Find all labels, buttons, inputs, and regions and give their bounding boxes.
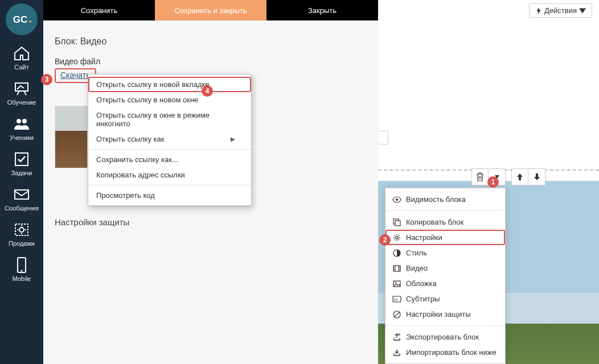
svg-point-13: [396, 198, 398, 201]
import-icon: [392, 349, 401, 357]
sidebar-item-messages[interactable]: Сообщения: [0, 181, 43, 216]
svg-point-6: [22, 119, 27, 123]
dd-subtitles[interactable]: cc Субтитры: [385, 291, 505, 307]
export-icon: [392, 333, 401, 341]
svg-point-12: [21, 270, 23, 272]
sidebar-item-label: Обучение: [7, 99, 36, 106]
chevron-right-icon: ▶: [231, 136, 235, 142]
sidebar-item-students[interactable]: Ученики: [0, 110, 43, 146]
svg-rect-8: [15, 190, 28, 199]
delete-block-button[interactable]: [471, 168, 489, 185]
svg-line-3: [17, 91, 19, 95]
move-down-button[interactable]: [528, 168, 545, 185]
empty-input-fragment[interactable]: [378, 131, 388, 144]
protection-settings-heading: Настройки защиты: [55, 217, 367, 227]
sidebar-item-site[interactable]: Сайт: [0, 40, 43, 75]
sidebar-item-label: Продажи: [9, 240, 35, 247]
dd-cover[interactable]: Обложка: [385, 276, 505, 291]
cm-inspect[interactable]: Просмотреть код: [88, 188, 251, 203]
gear-icon: [392, 234, 401, 242]
download-link[interactable]: Скачать: [60, 71, 91, 80]
mail-icon: [14, 187, 30, 202]
video-thumbnail[interactable]: [55, 106, 88, 168]
dd-import-below[interactable]: Импортировать блок ниже: [385, 345, 505, 360]
sidebar-item-learning[interactable]: Обучение: [0, 75, 43, 110]
dd-style[interactable]: Стиль: [385, 245, 505, 260]
eye-icon: [392, 196, 401, 203]
sidebar-item-label: Задачи: [11, 169, 32, 176]
dd-export[interactable]: Экспортировать блок: [385, 329, 505, 345]
film-icon: [392, 265, 401, 272]
sidebar-item-label: Сайт: [14, 64, 28, 71]
sidebar-item-tasks[interactable]: Задачи: [0, 146, 43, 181]
sidebar-item-mobile[interactable]: Mobile: [0, 251, 43, 287]
actions-label: Действия: [544, 6, 577, 15]
dd-settings[interactable]: Настройки: [385, 230, 505, 245]
dd-copy-block[interactable]: Копировать блок: [385, 214, 505, 230]
cm-open-new-tab[interactable]: Открыть ссылку в новой вкладке: [88, 77, 251, 92]
cc-icon: cc: [392, 296, 401, 303]
save-and-close-button[interactable]: Сохранить и закрыть: [155, 0, 266, 20]
move-up-button[interactable]: [511, 168, 528, 185]
arrow-down-icon: [534, 173, 540, 181]
sidebar-item-label: Mobile: [13, 275, 31, 282]
trash-icon: [476, 172, 484, 181]
svg-point-5: [17, 119, 21, 123]
actions-button[interactable]: Действия: [529, 3, 592, 18]
caret-down-icon: [579, 7, 586, 14]
logo[interactable]: GC: [6, 3, 38, 35]
svg-point-16: [396, 236, 398, 238]
svg-rect-15: [395, 221, 400, 226]
dd-protection[interactable]: Настройки защиты: [385, 307, 505, 322]
block-title: Блок: Видео: [55, 36, 367, 47]
cm-open-new-window[interactable]: Открыть ссылку в новом окне: [88, 92, 251, 107]
svg-line-30: [395, 312, 399, 316]
logo-text-icon: GC: [11, 9, 32, 30]
shield-icon: [392, 311, 401, 318]
svg-point-26: [395, 282, 396, 283]
svg-rect-18: [393, 266, 400, 271]
board-icon: [14, 81, 30, 97]
sidebar-item-sales[interactable]: Продажи: [0, 216, 43, 251]
contrast-icon: [392, 249, 401, 257]
sidebar-item-label: Ученики: [10, 134, 34, 141]
svg-point-1: [29, 20, 31, 23]
users-icon: [13, 116, 30, 132]
cm-open-incognito[interactable]: Открыть ссылку в окне в режиме инкогнито: [88, 107, 251, 131]
dd-visibility[interactable]: Видимость блока: [385, 192, 505, 207]
arrow-up-icon: [516, 173, 523, 181]
cm-open-as[interactable]: Открыть ссылку как▶: [88, 131, 251, 147]
check-icon: [14, 151, 29, 167]
copy-icon: [392, 218, 401, 226]
annotation-badge-2: 2: [379, 234, 391, 246]
lightning-icon: [535, 7, 542, 14]
cm-copy-link[interactable]: Копировать адрес ссылки: [88, 167, 251, 183]
svg-text:GC: GC: [13, 14, 28, 25]
svg-line-4: [24, 91, 26, 95]
house-icon: [13, 46, 30, 61]
svg-point-10: [19, 228, 24, 232]
image-icon: [392, 280, 401, 287]
block-move-controls: [511, 168, 545, 185]
block-settings-dropdown: Видимость блока Копировать блок Настройк…: [385, 188, 506, 364]
dd-video[interactable]: Видео: [385, 260, 505, 276]
sidebar: GC Сайт Обучение Ученики Задачи Сообщени…: [0, 0, 43, 364]
video-file-label: Видео файл: [55, 57, 367, 66]
gear-box-icon: [14, 222, 30, 238]
cm-save-link-as[interactable]: Сохранить ссылку как...: [88, 152, 251, 167]
annotation-badge-4: 4: [202, 85, 213, 97]
cm-separator: [88, 185, 251, 185]
annotation-badge-1: 1: [487, 176, 499, 188]
phone-icon: [16, 257, 27, 273]
save-button[interactable]: Сохранить: [43, 0, 155, 20]
editor-toolbar: Сохранить Сохранить и закрыть Закрыть: [43, 0, 378, 20]
svg-text:cc: cc: [394, 297, 399, 301]
cm-separator: [88, 149, 251, 150]
annotation-badge-3: 3: [41, 74, 52, 85]
link-context-menu: Открыть ссылку в новой вкладке Открыть с…: [88, 74, 252, 206]
close-button[interactable]: Закрыть: [266, 0, 378, 20]
sidebar-item-label: Сообщения: [5, 205, 39, 212]
